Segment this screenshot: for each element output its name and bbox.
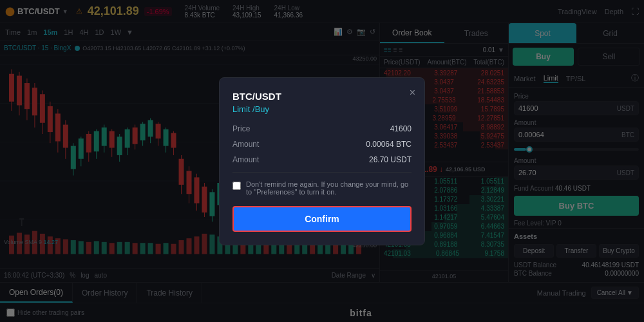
modal-amount-row: Amount 0.00064 BTC xyxy=(232,140,412,149)
confirm-modal: BTC/USDT Limit /Buy × Price 41600 Amount… xyxy=(219,77,425,245)
modal-dont-remind-checkbox[interactable] xyxy=(232,182,241,190)
modal-title: BTC/USDT xyxy=(232,91,412,102)
modal-close-button[interactable]: × xyxy=(410,87,415,99)
modal-amount2-row: Amount 26.70 USDT xyxy=(232,155,412,164)
modal-price-row: Price 41600 xyxy=(232,124,412,133)
modal-confirm-button[interactable]: Confirm xyxy=(232,206,412,232)
modal-checkbox-row: Don't remind me again. If you change you… xyxy=(232,180,412,196)
modal-overlay[interactable]: BTC/USDT Limit /Buy × Price 41600 Amount… xyxy=(0,0,644,322)
modal-subtitle: Limit /Buy xyxy=(232,104,412,114)
